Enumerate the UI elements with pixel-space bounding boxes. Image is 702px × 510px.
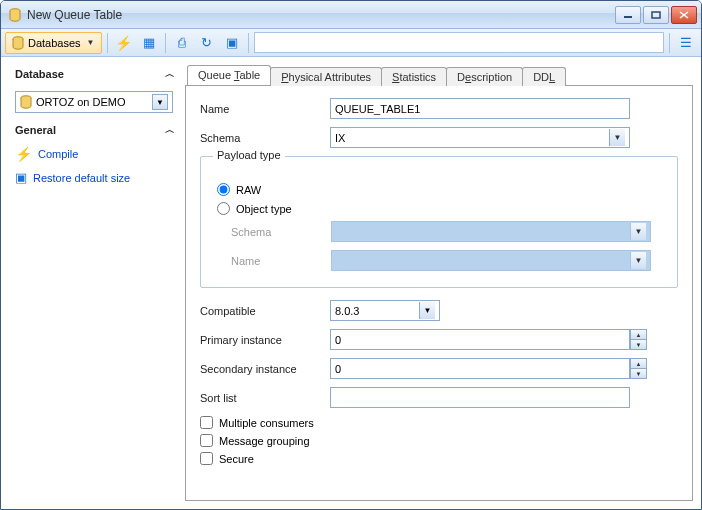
maximize-button[interactable] bbox=[643, 6, 669, 24]
window-icon: ▣ bbox=[226, 35, 238, 50]
restore-size-action[interactable]: ▣ Restore default size bbox=[9, 167, 179, 188]
separator bbox=[165, 33, 166, 53]
window: New Queue Table Databases ▼ ⚡ ▦ ⎙ ↻ ▣ ☰ … bbox=[0, 0, 702, 510]
obj-schema-select: ▼ bbox=[331, 221, 651, 242]
separator bbox=[669, 33, 670, 53]
object-type-label: Object type bbox=[236, 203, 292, 215]
toolbar-combo[interactable] bbox=[254, 32, 664, 53]
dropdown-arrow-icon: ▼ bbox=[152, 94, 168, 110]
payload-type-fieldset: Payload type RAW Object type Schema bbox=[200, 156, 678, 288]
raw-label: RAW bbox=[236, 184, 261, 196]
sidebar: Database ︿ ORTOZ on DEMO ▼ General ︿ ⚡ C… bbox=[9, 63, 179, 501]
tab-ddl[interactable]: DDL bbox=[522, 67, 566, 86]
separator bbox=[107, 33, 108, 53]
database-section-header[interactable]: Database ︿ bbox=[9, 63, 179, 85]
minimize-button[interactable] bbox=[615, 6, 641, 24]
sortlist-input[interactable] bbox=[330, 387, 630, 408]
message-grouping-label: Message grouping bbox=[219, 435, 310, 447]
database-header-label: Database bbox=[15, 68, 64, 80]
tab-queue-table[interactable]: Queue Table bbox=[187, 65, 271, 85]
app-icon bbox=[7, 7, 23, 23]
multiple-consumers-label: Multiple consumers bbox=[219, 417, 314, 429]
compile-action[interactable]: ⚡ Compile bbox=[9, 143, 179, 165]
spin-down-icon[interactable]: ▼ bbox=[631, 369, 646, 378]
multiple-consumers-checkbox[interactable] bbox=[200, 416, 213, 429]
primary-instance-label: Primary instance bbox=[200, 334, 330, 346]
restore-size-button[interactable]: ▣ bbox=[221, 32, 243, 54]
tab-statistics[interactable]: Statistics bbox=[381, 67, 447, 86]
separator bbox=[248, 33, 249, 53]
secondary-instance-input[interactable] bbox=[330, 358, 630, 379]
compatible-label: Compatible bbox=[200, 305, 330, 317]
refresh-button[interactable]: ↻ bbox=[196, 32, 218, 54]
name-input[interactable] bbox=[330, 98, 630, 119]
print-button[interactable]: ⎙ bbox=[171, 32, 193, 54]
secure-checkbox[interactable] bbox=[200, 452, 213, 465]
tab-description[interactable]: Description bbox=[446, 67, 523, 86]
titlebar: New Queue Table bbox=[1, 1, 701, 29]
secondary-instance-label: Secondary instance bbox=[200, 363, 330, 375]
bolt-icon: ⚡ bbox=[115, 35, 132, 51]
database-select-value: ORTOZ on DEMO bbox=[36, 96, 125, 108]
database-select[interactable]: ORTOZ on DEMO ▼ bbox=[15, 91, 173, 113]
collapse-icon: ︿ bbox=[165, 67, 173, 81]
collapse-icon: ︿ bbox=[165, 123, 173, 137]
structure-button[interactable]: ☰ bbox=[675, 32, 697, 54]
svg-rect-2 bbox=[652, 12, 660, 18]
window-title: New Queue Table bbox=[27, 8, 615, 22]
tabs: Queue Table Physical Attributes Statisti… bbox=[185, 63, 693, 85]
primary-instance-input[interactable] bbox=[330, 329, 630, 350]
general-section-header[interactable]: General ︿ bbox=[9, 119, 179, 141]
databases-label: Databases bbox=[28, 37, 81, 49]
spin-up-icon[interactable]: ▲ bbox=[631, 330, 646, 340]
dropdown-arrow-icon: ▼ bbox=[630, 223, 646, 240]
window-icon: ▣ bbox=[15, 170, 27, 185]
disk-icon: ▦ bbox=[143, 35, 155, 50]
tab-physical-attributes[interactable]: Physical Attributes bbox=[270, 67, 382, 86]
dropdown-arrow-icon: ▼ bbox=[630, 252, 646, 269]
general-header-label: General bbox=[15, 124, 56, 136]
raw-radio[interactable] bbox=[217, 183, 230, 196]
obj-schema-label: Schema bbox=[231, 226, 331, 238]
save-button[interactable]: ▦ bbox=[138, 32, 160, 54]
body: Database ︿ ORTOZ on DEMO ▼ General ︿ ⚡ C… bbox=[1, 57, 701, 509]
databases-button[interactable]: Databases ▼ bbox=[5, 32, 102, 54]
object-type-radio[interactable] bbox=[217, 202, 230, 215]
print-icon: ⎙ bbox=[178, 35, 186, 50]
dropdown-arrow-icon: ▼ bbox=[609, 129, 625, 146]
dropdown-arrow-icon: ▼ bbox=[87, 38, 95, 47]
execute-button[interactable]: ⚡ bbox=[113, 32, 135, 54]
refresh-icon: ↻ bbox=[201, 35, 212, 50]
spin-up-icon[interactable]: ▲ bbox=[631, 359, 646, 369]
restore-label: Restore default size bbox=[33, 172, 130, 184]
payload-legend: Payload type bbox=[213, 149, 285, 161]
name-label: Name bbox=[200, 103, 330, 115]
schema-select[interactable]: IX ▼ bbox=[330, 127, 630, 148]
secondary-instance-spinner[interactable]: ▲▼ bbox=[330, 358, 647, 379]
content: Queue Table Physical Attributes Statisti… bbox=[185, 63, 693, 501]
spin-down-icon[interactable]: ▼ bbox=[631, 340, 646, 349]
obj-name-label: Name bbox=[231, 255, 331, 267]
tab-panel-queue-table: Name Schema IX ▼ Payload type RAW bbox=[185, 85, 693, 501]
message-grouping-checkbox[interactable] bbox=[200, 434, 213, 447]
obj-name-select: ▼ bbox=[331, 250, 651, 271]
tree-icon: ☰ bbox=[680, 35, 692, 50]
compatible-select[interactable]: 8.0.3 ▼ bbox=[330, 300, 440, 321]
compile-label: Compile bbox=[38, 148, 78, 160]
schema-label: Schema bbox=[200, 132, 330, 144]
compatible-value: 8.0.3 bbox=[335, 305, 359, 317]
secure-label: Secure bbox=[219, 453, 254, 465]
schema-value: IX bbox=[335, 132, 345, 144]
sortlist-label: Sort list bbox=[200, 392, 330, 404]
primary-instance-spinner[interactable]: ▲▼ bbox=[330, 329, 647, 350]
toolbar: Databases ▼ ⚡ ▦ ⎙ ↻ ▣ ☰ bbox=[1, 29, 701, 57]
dropdown-arrow-icon: ▼ bbox=[419, 302, 435, 319]
close-button[interactable] bbox=[671, 6, 697, 24]
bolt-icon: ⚡ bbox=[15, 146, 32, 162]
